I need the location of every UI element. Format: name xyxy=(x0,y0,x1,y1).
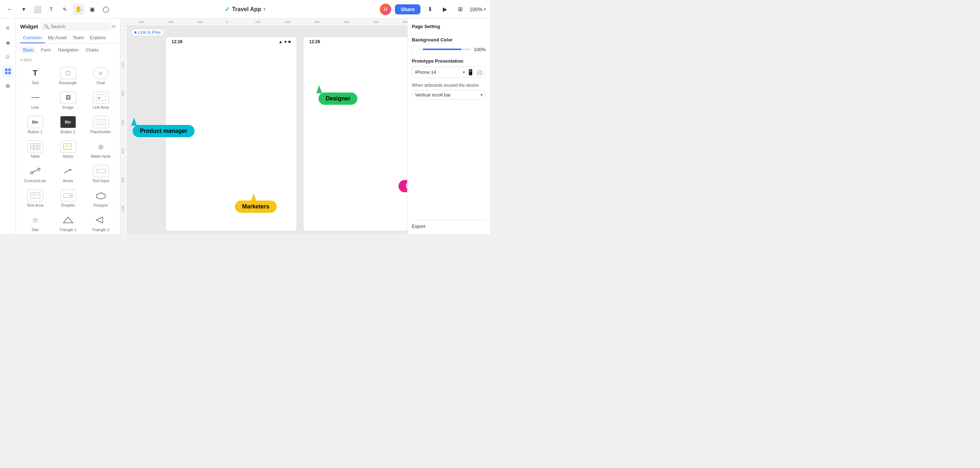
designer-label: Designer xyxy=(318,92,357,105)
widget-text-area-icon xyxy=(27,189,43,201)
ruler-v-600: 600 xyxy=(121,206,125,211)
text-tool-button[interactable]: T xyxy=(45,3,57,15)
search-input[interactable] xyxy=(51,24,108,29)
widget-triangle1[interactable]: Triangle 1 xyxy=(51,210,84,234)
widget-line-label: Line xyxy=(31,105,39,109)
tab-common[interactable]: Common xyxy=(20,33,45,43)
widget-oval-icon: ○ xyxy=(93,67,109,79)
path-tool-button[interactable]: ✎ xyxy=(59,3,71,15)
widget-text-input-icon xyxy=(93,165,109,177)
canvas-area[interactable]: -300 -200 -100 0 100 200 300 400 500 600… xyxy=(120,19,407,234)
widget-droplist-label: Droplist xyxy=(61,203,75,207)
link-chip-dot xyxy=(134,31,137,33)
download-button[interactable]: ⬇ xyxy=(424,3,436,15)
tab-team[interactable]: Team xyxy=(70,33,87,43)
page-setting-section: Page Setting xyxy=(412,24,486,32)
prototype-section: Prototype Presentation iPhone 14 ▾ 📱 ⬜ xyxy=(412,58,486,78)
widget-button1[interactable]: Btn Button 1 xyxy=(19,112,51,137)
widget-star[interactable]: ☆ Star xyxy=(19,210,51,234)
ruler-mark-neg200: -200 xyxy=(167,20,173,24)
sidebar-icon-plugin[interactable]: ⊕ xyxy=(2,80,14,92)
export-label[interactable]: Export xyxy=(412,224,425,229)
ruler-v-300: 300 xyxy=(121,119,125,125)
ruler-mark-400: 400 xyxy=(344,20,349,24)
ruler-vertical: 100 200 300 400 500 600 xyxy=(120,26,127,234)
page-icon: ⬜ xyxy=(33,5,41,13)
svg-line-20 xyxy=(32,170,38,172)
widget-placeholder[interactable]: Placeholder xyxy=(84,112,117,137)
filter-charts[interactable]: Charts xyxy=(83,46,101,54)
bg-color-slider[interactable] xyxy=(423,49,471,50)
widget-button1-icon: Btn xyxy=(27,116,43,128)
widget-polygon-label: Polygon xyxy=(94,203,108,207)
filter-basic[interactable]: Basic xyxy=(20,46,37,54)
widget-table[interactable]: Table xyxy=(19,137,51,161)
widget-button2[interactable]: Btn Button 2 xyxy=(51,112,84,137)
tab-my-asset[interactable]: My Asset xyxy=(45,33,70,43)
device-phone-icon[interactable]: 📱 xyxy=(467,69,474,76)
widget-text-input[interactable]: Text Input xyxy=(84,161,117,186)
widget-line-icon xyxy=(27,92,43,104)
scroll-select[interactable]: Vertical scroll bar ▾ xyxy=(412,90,486,100)
widget-button1-label: Button 1 xyxy=(28,130,43,134)
phone2-status-bar: 12:26 ▲ ♥ ■ xyxy=(303,37,407,46)
page-setting-title: Page Setting xyxy=(412,24,486,29)
tab-explore[interactable]: Explore xyxy=(87,33,108,43)
sidebar-icon-emoji[interactable]: ☺ xyxy=(2,51,14,63)
widget-line[interactable]: Line xyxy=(19,88,51,112)
widget-rectangle[interactable]: □ Rectangle xyxy=(51,63,84,88)
widget-button2-label: Button 2 xyxy=(60,130,75,134)
filter-navigation[interactable]: Navigation xyxy=(55,46,81,54)
widget-link-area[interactable]: ⛓ Link Area xyxy=(84,88,117,112)
marketers-text: Marketers xyxy=(242,203,269,209)
sidebar-icon-components[interactable]: ◈ xyxy=(2,37,14,48)
bg-color-swatch[interactable] xyxy=(412,45,420,53)
product-manager-label: Product manager xyxy=(133,125,194,137)
widget-arrow[interactable]: Arrow xyxy=(51,161,84,186)
project-title[interactable]: ✓ Travel App ▾ xyxy=(224,5,266,13)
device-tablet-icon[interactable]: ⬜ xyxy=(476,70,482,75)
link-to-prev-chip[interactable]: Link to Prev xyxy=(131,29,164,36)
widget-droplist[interactable]: Droplist xyxy=(51,186,84,210)
sidebar-icon-widget[interactable] xyxy=(2,65,14,77)
widget-triangle2[interactable]: Triangle 2 xyxy=(84,210,117,234)
widget-oval-label: Oval xyxy=(97,81,105,85)
widget-text-area[interactable]: Text Area xyxy=(19,186,51,210)
widget-connectline[interactable]: ConnectLine xyxy=(19,161,51,186)
phone1-status-bar: 12:26 ▲ ♥ ■ xyxy=(166,37,296,46)
layout-button[interactable]: ⊞ xyxy=(454,3,466,15)
frame-tool-button[interactable]: ▣ xyxy=(86,3,98,15)
bg-color-row: 100% xyxy=(412,45,486,53)
filter-form[interactable]: Form xyxy=(38,46,54,54)
widget-button2-icon: Btn xyxy=(60,116,76,128)
widget-sticky-icon xyxy=(60,140,76,152)
zoom-control[interactable]: 100% ▾ xyxy=(469,6,486,12)
sidebar-icon-layers[interactable]: ≡ xyxy=(2,22,14,34)
svg-rect-3 xyxy=(8,71,11,74)
widget-section-label: ▾ Basic xyxy=(16,57,120,63)
page-tool-button[interactable]: ⬜ xyxy=(32,3,43,15)
back-dropdown-button[interactable]: ▾ xyxy=(18,3,30,15)
widget-droplist-icon xyxy=(60,189,76,201)
history-icon[interactable]: ⟲ xyxy=(111,24,116,30)
hand-tool-button[interactable]: ✋ xyxy=(73,3,84,15)
widget-polygon[interactable]: Polygon xyxy=(84,186,117,210)
widget-image[interactable]: 🖼 Image xyxy=(51,88,84,112)
textarea-svg xyxy=(30,192,41,199)
widget-water-note[interactable]: ◎ Water Note xyxy=(84,137,117,161)
back-button[interactable]: ← xyxy=(4,3,16,15)
ruler-mark-600: 600 xyxy=(403,20,407,24)
present-button[interactable]: ▶ xyxy=(439,3,451,15)
toolbar-center: ✓ Travel App ▾ xyxy=(224,5,266,13)
widget-oval[interactable]: ○ Oval xyxy=(84,63,117,88)
section-title-text: Basic xyxy=(24,58,32,62)
search-box[interactable]: 🔍 xyxy=(41,22,111,30)
check-icon: ✓ xyxy=(224,5,230,13)
widget-text-icon: T xyxy=(27,67,43,79)
widget-text[interactable]: T Text xyxy=(19,63,51,88)
share-button[interactable]: Share xyxy=(395,4,420,14)
sidebar-icons: ≡ ◈ ☺ ⊕ xyxy=(0,19,16,234)
device-select[interactable]: iPhone 14 ▾ 📱 ⬜ xyxy=(412,67,486,78)
comment-tool-button[interactable]: ◯ xyxy=(100,3,112,15)
widget-sticky[interactable]: Sticky xyxy=(51,137,84,161)
